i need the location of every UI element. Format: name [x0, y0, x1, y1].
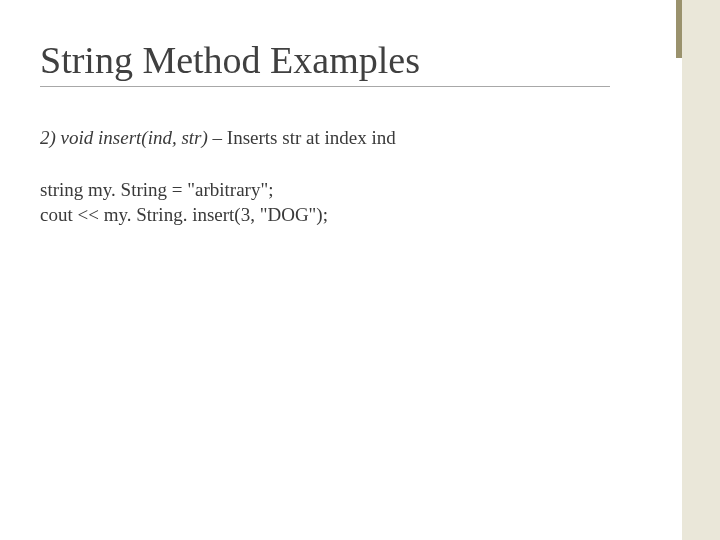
method-explanation: Inserts str at index ind [222, 127, 396, 148]
decorative-sidebar [682, 0, 720, 540]
decorative-accent-bar [676, 0, 682, 58]
slide-content: String Method Examples 2) void insert(in… [0, 0, 680, 228]
slide-title: String Method Examples [40, 38, 610, 82]
code-line-2: cout << my. String. insert(3, "DOG"); [40, 202, 610, 228]
code-line-1: string my. String = "arbitrary"; [40, 177, 610, 203]
method-signature: 2) void insert(ind, str) – [40, 127, 222, 148]
spacer [40, 151, 610, 177]
title-rule [40, 86, 610, 87]
method-description: 2) void insert(ind, str) – Inserts str a… [40, 125, 610, 151]
